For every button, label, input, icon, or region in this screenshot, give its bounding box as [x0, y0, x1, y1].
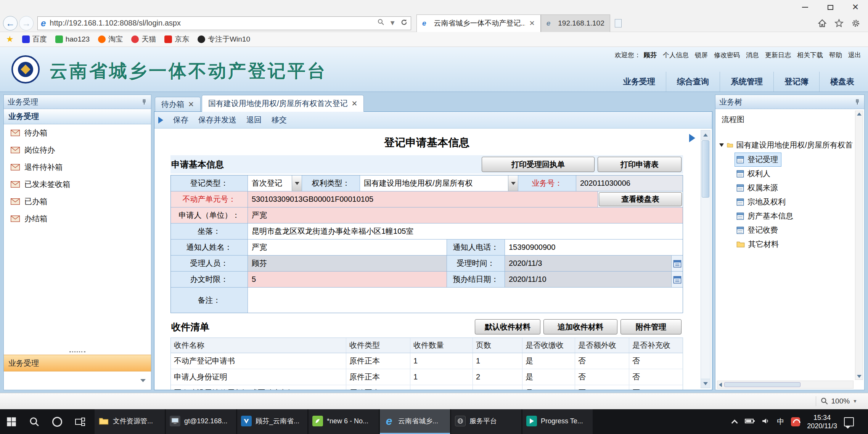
autocomplete-dropdown-icon[interactable]: ▼	[389, 19, 396, 27]
favorite-baidu[interactable]: 百度	[22, 34, 47, 44]
tab-close-icon[interactable]: ✕	[529, 19, 535, 27]
favorite-hao123[interactable]: hao123	[55, 35, 90, 43]
panel-resize-handle[interactable]	[4, 349, 151, 355]
battery-icon[interactable]	[745, 418, 755, 425]
sidebar-item-done-box[interactable]: 已办箱	[4, 193, 151, 210]
col-header-collected[interactable]: 是否收缴收	[522, 338, 575, 353]
favorite-jd[interactable]: 京东	[164, 34, 189, 44]
favorite-tmall[interactable]: 天猫	[131, 34, 156, 44]
action-center-icon[interactable]	[844, 417, 854, 426]
sidebar-item-todo-box[interactable]: 待办箱	[4, 124, 151, 141]
taskbar-app-terminal[interactable]: gt@192.168...	[166, 409, 236, 434]
tab-close-icon[interactable]: ✕	[351, 99, 357, 108]
right-type-select[interactable]: 国有建设用地使用权/房屋所有权	[360, 175, 518, 191]
favorite-taobao[interactable]: 淘宝	[98, 34, 123, 44]
tree-item-right-holder[interactable]: 权利人	[735, 167, 774, 181]
taskbar-app-service-platform[interactable]: 服务平台	[451, 409, 521, 434]
append-materials-button[interactable]: 追加收件材料	[543, 319, 617, 334]
link-help[interactable]: 帮助	[829, 51, 842, 59]
taskbar-app-vm-client[interactable]: 顾芬_云南省...	[237, 409, 307, 434]
toolbar-play-icon[interactable]	[158, 117, 163, 124]
return-button[interactable]: 退回	[243, 113, 265, 127]
col-header-name[interactable]: 收件名称	[171, 338, 346, 353]
link-downloads[interactable]: 相关下载	[797, 51, 823, 59]
address-bar[interactable]: e http://192.168.1.102:8088/sl/login.asp…	[37, 16, 411, 30]
doc-tab-todo-box[interactable]: 待办箱 ✕	[155, 97, 201, 111]
home-icon[interactable]	[818, 19, 827, 28]
nav-register-book[interactable]: 登记簿	[773, 72, 819, 92]
col-header-quantity[interactable]: 收件数量	[410, 338, 473, 353]
nav-business-acceptance[interactable]: 业务受理	[612, 72, 666, 92]
tree-item-house-basic-info[interactable]: 房产基本信息	[735, 209, 797, 223]
maximize-button[interactable]	[818, 0, 843, 14]
notify-name-input[interactable]: 严宽	[248, 240, 447, 255]
nav-building-table[interactable]: 楼盘表	[819, 72, 865, 92]
dropdown-arrow-icon[interactable]	[292, 175, 302, 191]
accept-time-field[interactable]: 2020/11/3	[505, 256, 683, 271]
left-panel-footer-selected[interactable]: 业务受理	[4, 355, 151, 371]
location-input[interactable]: 昆明市盘龙区双龙街道办事处幸福小区1幢105室	[248, 223, 683, 239]
start-button[interactable]	[0, 409, 23, 434]
forward-button[interactable]: →	[19, 16, 34, 31]
scroll-down-arrow[interactable]	[857, 375, 862, 378]
taskbar-app-progress[interactable]: Progress Te...	[522, 409, 593, 434]
link-profile[interactable]: 个人信息	[663, 51, 689, 59]
time-limit-input[interactable]: 5	[248, 272, 447, 287]
speaker-icon[interactable]	[762, 418, 770, 426]
collapse-right-panel-icon[interactable]	[689, 134, 695, 142]
taskbar-app-ie-registration[interactable]: e 云南省城乡...	[380, 409, 450, 434]
attachment-manage-button[interactable]: 附件管理	[620, 319, 682, 334]
ime-indicator[interactable]: 中	[777, 417, 784, 427]
scroll-left-arrow[interactable]	[719, 383, 722, 387]
print-acceptance-receipt-button[interactable]: 打印受理回执单	[482, 157, 595, 172]
receipt-row[interactable]: 不动产登记申请书 原件正本 1 1 是 否 否	[171, 353, 683, 369]
task-view-button[interactable]	[69, 409, 92, 434]
tree-item-ownership-source[interactable]: 权属来源	[735, 181, 781, 195]
right-panel-vertical-scrollbar[interactable]	[855, 111, 863, 380]
tree-root-node[interactable]: 国有建设用地使用权/房屋所有权首	[719, 140, 853, 150]
dropdown-arrow-icon[interactable]	[508, 175, 518, 191]
refresh-icon[interactable]	[400, 19, 408, 28]
link-messages[interactable]: 消息	[746, 51, 759, 59]
taskbar-search-button[interactable]	[23, 409, 46, 434]
taskbar-app-notepad[interactable]: *new 6 - No...	[309, 409, 379, 434]
scrollbar-thumb[interactable]	[724, 382, 800, 387]
calendar-icon[interactable]	[671, 256, 683, 271]
applicant-input[interactable]: 严宽	[248, 207, 683, 223]
print-application-form-button[interactable]: 打印申请表	[598, 157, 682, 172]
tree-item-registration-fee[interactable]: 登记收费	[735, 223, 781, 237]
favorites-star-icon[interactable]	[834, 19, 844, 28]
link-logout[interactable]: 退出	[848, 51, 861, 59]
link-change-password[interactable]: 修改密码	[714, 51, 740, 59]
link-changelog[interactable]: 更新日志	[765, 51, 791, 59]
sidebar-item-post-todo[interactable]: 岗位待办	[4, 141, 151, 159]
tree-expander-icon[interactable]	[719, 143, 724, 147]
col-header-supplement[interactable]: 是否补充收	[629, 338, 683, 353]
sidebar-item-returned-box[interactable]: 退件待补箱	[4, 159, 151, 176]
scroll-down-arrow[interactable]	[701, 379, 710, 388]
new-tab-button[interactable]	[610, 14, 626, 32]
nav-system-management[interactable]: 系统管理	[720, 72, 773, 92]
settings-gear-icon[interactable]	[851, 19, 860, 28]
unit-no-input[interactable]: 530103309013GB00001F00010105	[248, 191, 598, 207]
tray-clock[interactable]: 15:34 2020/11/3	[807, 413, 837, 430]
view-building-table-button[interactable]: 查看楼盘表	[599, 192, 682, 206]
scrollbar-thumb[interactable]	[702, 140, 709, 198]
browser-tab-registration[interactable]: e 云南省城乡一体不动产登记... ✕	[416, 14, 541, 32]
notify-phone-input[interactable]: 15390900900	[505, 240, 683, 255]
nav-comprehensive-query[interactable]: 综合查询	[666, 72, 720, 92]
minimize-button[interactable]	[792, 0, 818, 14]
left-section-header[interactable]: 业务受理	[4, 109, 151, 124]
search-icon[interactable]	[378, 19, 384, 27]
taskbar-app-file-explorer[interactable]: 文件资源管...	[95, 409, 165, 434]
url-text[interactable]: http://192.168.1.102:8088/sl/login.aspx	[50, 19, 373, 27]
due-date-field[interactable]: 2020/11/10	[505, 272, 683, 287]
zoom-control[interactable]: 100% ▼	[821, 397, 858, 405]
remark-input[interactable]	[248, 288, 683, 313]
save-button[interactable]: 保存	[169, 113, 192, 127]
sidebar-item-completed-box[interactable]: 办结箱	[4, 210, 151, 227]
col-header-type[interactable]: 收件类型	[346, 338, 410, 353]
scroll-up-arrow[interactable]	[857, 113, 862, 116]
sogou-input-icon[interactable]	[791, 417, 800, 426]
left-panel-footer[interactable]	[4, 371, 151, 390]
